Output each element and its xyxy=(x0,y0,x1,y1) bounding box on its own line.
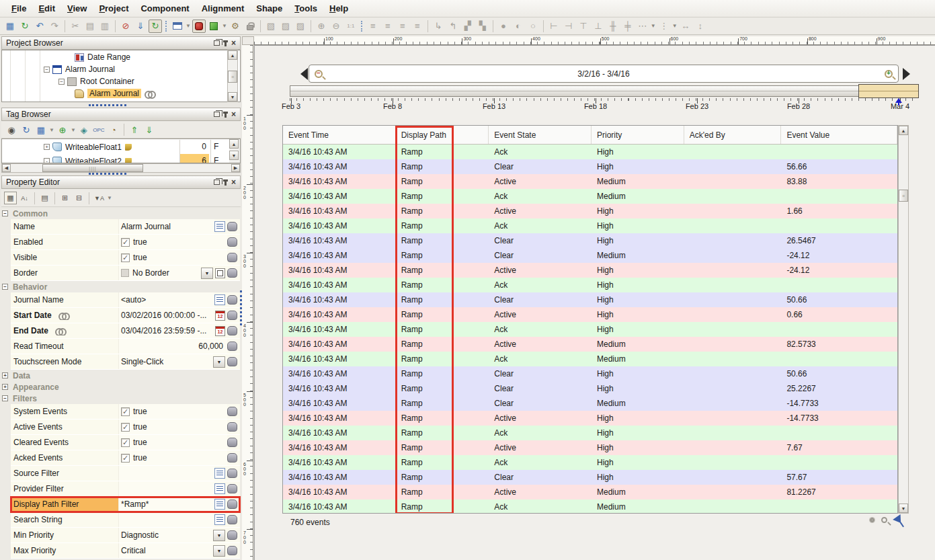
prop-value[interactable]: ✓true xyxy=(118,435,227,450)
edit-icon[interactable] xyxy=(214,483,225,494)
menu-shape[interactable]: Shape xyxy=(250,1,288,15)
section-expander-icon[interactable]: + xyxy=(2,384,8,390)
window-icon[interactable] xyxy=(171,19,184,33)
section-expander-icon[interactable]: + xyxy=(2,372,8,378)
checkbox-icon[interactable]: ✓ xyxy=(121,238,130,247)
save-icon[interactable]: ▦ xyxy=(3,19,17,33)
copy-icon[interactable]: ▤ xyxy=(83,19,97,33)
tree-expander-icon[interactable]: - xyxy=(44,158,50,163)
filter-props-icon[interactable]: ▼A xyxy=(93,192,106,204)
table-search-icon[interactable] xyxy=(881,517,887,523)
binding-icon[interactable] xyxy=(227,342,237,351)
prop-value[interactable]: ✓true xyxy=(118,235,227,249)
undo-icon[interactable]: ↶ xyxy=(33,19,46,33)
timeline-selection[interactable] xyxy=(858,84,919,98)
checkbox-icon[interactable]: ✓ xyxy=(121,438,130,447)
binding-icon[interactable] xyxy=(227,311,237,320)
menu-alignment[interactable]: Alignment xyxy=(196,1,251,15)
rotate-cw-icon[interactable]: ↳ xyxy=(432,19,445,33)
scroll-up-icon[interactable]: ▲ xyxy=(899,126,908,135)
tree-node-root-container[interactable]: −Root Container xyxy=(58,75,134,87)
daterange-prev-icon[interactable] xyxy=(300,68,308,80)
zoom-actual-icon[interactable]: 1:1 xyxy=(344,19,358,33)
realtime-toggle-icon[interactable] xyxy=(870,518,875,522)
table-row[interactable]: 3/4/16 10:43 AMRampClearHigh26.5467 xyxy=(283,233,897,248)
db-read-icon[interactable]: ⇓ xyxy=(134,19,147,33)
scan-class-icon[interactable]: ◔ xyxy=(107,123,120,136)
opc-icon[interactable]: OPC xyxy=(92,123,106,136)
table-row[interactable]: 3/4/16 10:43 AMRampActiveHigh7.67 xyxy=(283,440,897,455)
daterange-next-icon[interactable] xyxy=(903,68,910,80)
table-row[interactable]: 3/4/16 10:43 AMRampClearHigh57.67 xyxy=(283,470,897,485)
table-row[interactable]: 3/4/16 10:43 AMRampActiveHigh-24.12 xyxy=(283,263,897,278)
lasso-add-icon[interactable]: ▨ xyxy=(294,19,307,33)
tree-node-alarm-journal[interactable]: −Alarm Journal xyxy=(44,63,115,75)
prop-value[interactable]: Single-Click xyxy=(118,354,213,369)
table-row[interactable]: 3/4/16 10:43 AMRampClearHigh25.2267 xyxy=(283,381,897,396)
tree-expander-icon[interactable]: − xyxy=(44,67,50,73)
table-row[interactable]: 3/4/16 10:43 AMRampAckHigh xyxy=(283,218,897,233)
menu-view[interactable]: View xyxy=(61,1,93,15)
dropdown-icon[interactable]: ▼ xyxy=(201,268,213,279)
binding-icon[interactable] xyxy=(227,515,237,524)
column-header-event-time[interactable]: Event Time xyxy=(283,126,396,144)
binding-icon[interactable] xyxy=(227,499,237,509)
scroll-left-icon[interactable]: ◀ xyxy=(2,164,11,172)
prop-value[interactable]: <auto> xyxy=(118,292,214,307)
scroll-thumb[interactable]: ≡ xyxy=(228,71,237,83)
prop-value[interactable] xyxy=(118,481,214,496)
more-h-icon[interactable]: ⋯ xyxy=(636,19,649,33)
pin-panel-icon[interactable] xyxy=(225,40,227,46)
flip-v-icon[interactable]: ▚ xyxy=(476,19,489,33)
db-sync-icon[interactable]: ↻ xyxy=(149,19,162,33)
prop-value[interactable]: 03/04/2016 23:59:59 -... xyxy=(118,323,215,338)
collapse-all-icon[interactable]: ⊟ xyxy=(73,192,85,204)
edit-icon[interactable] xyxy=(214,468,225,479)
edit-tag-icon[interactable]: ◈ xyxy=(77,123,91,136)
menu-file[interactable]: File xyxy=(5,1,32,15)
tree-expander-icon[interactable]: − xyxy=(58,79,65,85)
prop-value[interactable]: Critical xyxy=(118,543,213,558)
checkbox-icon[interactable]: ✓ xyxy=(121,253,130,262)
column-header-ack-ed-by[interactable]: Ack'ed By xyxy=(684,126,782,144)
calendar-icon[interactable]: 12 xyxy=(215,311,225,321)
update-project-icon[interactable]: ↻ xyxy=(18,19,32,33)
select-window-icon[interactable]: ▧ xyxy=(264,19,278,33)
zoom-in-range-icon[interactable]: + xyxy=(885,70,893,78)
prop-value[interactable]: ✓true xyxy=(118,450,227,465)
prop-value[interactable] xyxy=(118,512,214,527)
union-icon[interactable]: ● xyxy=(497,19,510,33)
float-panel-icon[interactable] xyxy=(214,179,220,185)
edit-icon[interactable] xyxy=(214,499,225,510)
table-row[interactable]: 3/4/16 10:43 AMRampClearHigh56.66 xyxy=(283,159,897,174)
daterange-header[interactable]: − 3/2/16 - 3/4/16 + xyxy=(309,65,899,83)
align-left-icon[interactable]: ⊢ xyxy=(547,19,561,33)
close-panel-icon[interactable]: × xyxy=(231,179,236,186)
float-panel-icon[interactable] xyxy=(214,112,220,117)
binding-icon[interactable] xyxy=(227,422,237,432)
table-scrollbar[interactable]: ▲ ≡ ▼ xyxy=(898,125,909,514)
table-row[interactable]: 3/4/16 10:43 AMRampActiveHigh0.66 xyxy=(283,307,897,322)
binding-icon[interactable] xyxy=(227,469,237,478)
table-row[interactable]: 3/4/16 10:43 AMRampActiveHigh1.66 xyxy=(283,204,897,218)
table-row[interactable]: 3/4/16 10:43 AMRampAckHigh xyxy=(283,426,897,440)
categorize-icon[interactable]: ▦ xyxy=(4,192,17,204)
search-icon[interactable]: ◉ xyxy=(5,123,18,136)
close-panel-icon[interactable]: × xyxy=(231,111,236,118)
grid-view-icon[interactable]: ▦ xyxy=(34,123,48,136)
calendar-icon[interactable]: 12 xyxy=(215,326,225,336)
section-expander-icon[interactable]: − xyxy=(2,284,8,290)
table-row[interactable]: 3/4/16 10:43 AMRampAckHigh xyxy=(283,145,897,159)
checkbox-icon[interactable]: ✓ xyxy=(121,407,130,416)
prop-value[interactable]: *Ramp* xyxy=(118,497,214,512)
sort-az-icon[interactable]: A↓ xyxy=(18,192,31,204)
table-row[interactable]: 3/4/16 10:43 AMRampActiveMedium82.5733 xyxy=(283,337,897,352)
binding-icon[interactable] xyxy=(227,253,237,262)
import-tags-icon[interactable]: ⇑ xyxy=(128,123,141,136)
checkbox-icon[interactable]: ✓ xyxy=(121,423,130,432)
scroll-thumb[interactable]: ≡ xyxy=(899,190,908,202)
dropdown-icon[interactable]: ▼ xyxy=(213,530,225,541)
dropdown-icon[interactable]: ▼ xyxy=(213,356,225,368)
border-picker-icon[interactable] xyxy=(215,268,225,278)
zoom-in-icon[interactable]: ⊕ xyxy=(315,19,328,33)
